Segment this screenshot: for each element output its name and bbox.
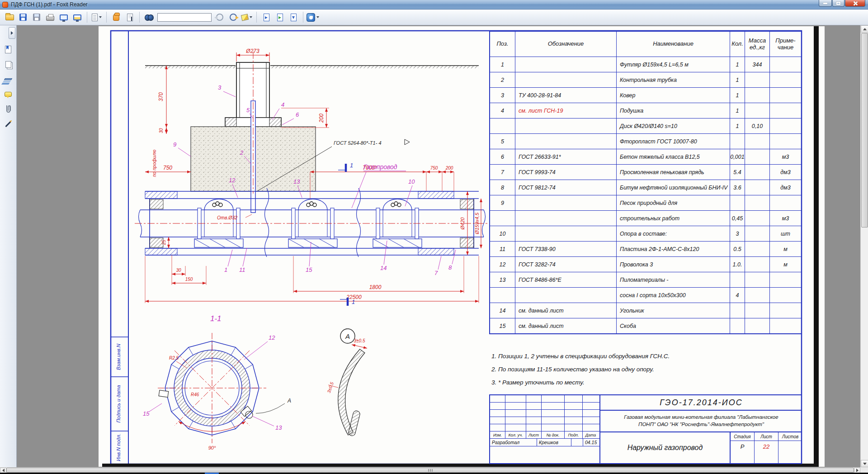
cell-qty (730, 318, 745, 333)
spec-table-row: 10 Опора в составе: 3 шт (490, 226, 801, 241)
cell-pos: 13 (490, 272, 515, 287)
maximize-button[interactable] (832, 0, 844, 7)
highlight-dropdown[interactable] (241, 11, 253, 24)
cell-designation (515, 195, 617, 210)
scan-artifact-right (814, 26, 819, 467)
signature-panel-button[interactable] (2, 118, 14, 130)
save-button[interactable] (17, 11, 29, 24)
pdf-page[interactable]: Взам.инв.N Подпись и дата Инв.N подл. (99, 26, 825, 467)
svg-text:10: 10 (408, 178, 415, 185)
find-button[interactable] (143, 11, 156, 24)
scroll-up-button[interactable] (861, 25, 868, 33)
spec-table-row: 14 см. данный лист Угольник (490, 303, 801, 318)
find-previous-button[interactable] (213, 11, 226, 24)
svg-text:13: 13 (293, 178, 300, 185)
attachments-panel-button[interactable] (2, 103, 14, 115)
dim-tol-top: 3±0.5 (354, 338, 365, 343)
search-input[interactable] (157, 13, 212, 22)
fit-page-icon (277, 14, 283, 21)
scroll-grip-icon (430, 469, 431, 472)
developer-row: Разработал Крешков 04.15 (490, 439, 599, 446)
actual-size-button[interactable] (260, 11, 273, 24)
find-next-button[interactable] (227, 11, 240, 24)
cell-qty: 1 (730, 87, 745, 103)
cell-name: Песок природный для (617, 195, 730, 210)
cell-pos (490, 210, 515, 226)
cell-mass: 0,10 (745, 118, 770, 133)
comments-panel-button[interactable] (2, 88, 14, 100)
select-text-button[interactable] (123, 11, 136, 24)
cell-pos: 4 (490, 103, 515, 118)
horizontal-scroll-thumb[interactable] (6, 468, 854, 473)
minimize-button[interactable] (819, 0, 832, 7)
dim-r25: R2.5 (169, 356, 179, 360)
cell-name: Опора в составе: (617, 226, 730, 241)
print-button[interactable] (44, 11, 57, 24)
spec-table-row: 6 ГОСТ 26633-91* Бетон тяжелый класса В1… (490, 149, 801, 164)
fit-width-button[interactable] (287, 11, 300, 24)
layers-panel-button[interactable] (2, 73, 14, 85)
binoculars-icon (145, 14, 154, 20)
organization-name: Газовая модульная мини-котельная филиала… (600, 411, 802, 432)
cell-note (770, 287, 801, 303)
panel-expand-button[interactable] (9, 27, 15, 39)
weld-gost-label: ГОСТ 5264-80*-Т1- 4 (334, 140, 382, 146)
cell-pos (490, 287, 515, 303)
cell-name: Диск Ø420/Ø140 s=10 (617, 118, 730, 133)
foxit-tools-dropdown[interactable] (307, 11, 319, 24)
cell-mass (745, 272, 770, 287)
print-preview-button[interactable] (57, 11, 70, 24)
fit-page-button[interactable] (274, 11, 286, 24)
scroll-down-button[interactable] (861, 460, 868, 467)
svg-text:2: 2 (240, 149, 244, 156)
col-header-pos: Поз. (490, 32, 515, 57)
dimensions (145, 52, 481, 303)
close-button[interactable] (845, 0, 865, 7)
cell-pos: 1 (490, 57, 515, 72)
cell-name: Битум нефтяной изоляционный БНИ-IV (617, 180, 730, 195)
cell-name: Пиломатериалы - (617, 272, 730, 287)
hand-tool-button[interactable] (110, 11, 123, 24)
spec-table-row: сосна I сорта 10х50х300 4 (490, 287, 801, 303)
bookmarks-panel-button[interactable] (2, 43, 14, 55)
cell-note: дм3 (770, 164, 801, 180)
foxit-logo-icon (307, 13, 315, 22)
sheet-title: Наружный газопровод (600, 432, 731, 463)
vertical-scrollbar[interactable] (860, 25, 868, 467)
cell-note (770, 72, 801, 87)
cell-mass (745, 210, 770, 226)
cell-pos (490, 118, 515, 133)
email-button[interactable] (71, 11, 84, 24)
svg-text:4: 4 (281, 101, 284, 108)
toolbar-separator (139, 12, 140, 23)
cell-qty: 3.6 (730, 180, 745, 195)
save-icon (19, 14, 27, 21)
cell-name: Ковер (617, 87, 730, 103)
cell-note (770, 57, 801, 72)
spec-table-row: 15 см. данный лист Скоба (490, 318, 801, 333)
cell-note (770, 103, 801, 118)
window-titlebar[interactable]: ПДФ ГСН (1).pdf - Foxit Reader (0, 0, 868, 9)
open-button[interactable] (3, 11, 16, 24)
vertical-scroll-thumb[interactable] (861, 33, 868, 228)
cell-pos: 5 (490, 133, 515, 149)
spec-table-row: 2 Контрольная трубка 1 (490, 72, 801, 87)
cell-designation: ГОСТ 9812-74 (515, 180, 617, 195)
cell-name: Скоба (617, 318, 730, 333)
page-icon (92, 14, 98, 21)
save-copy-button[interactable] (30, 11, 43, 24)
page-display-dropdown[interactable] (90, 11, 103, 24)
scan-artifact-bottom (102, 464, 819, 467)
cell-mass (745, 87, 770, 103)
cell-mass (745, 180, 770, 195)
cell-note (770, 318, 801, 333)
svg-text:5: 5 (246, 107, 250, 114)
cell-note: м3 (770, 149, 801, 164)
cell-note: дм3 (770, 180, 801, 195)
cell-mass (745, 149, 770, 164)
cell-name: Пластина 2Ф-1-АМС-С-8х120 (617, 241, 730, 256)
cell-note (770, 303, 801, 318)
pages-panel-button[interactable] (2, 58, 14, 70)
horizontal-scrollbar[interactable] (0, 467, 860, 473)
cell-mass (745, 256, 770, 272)
